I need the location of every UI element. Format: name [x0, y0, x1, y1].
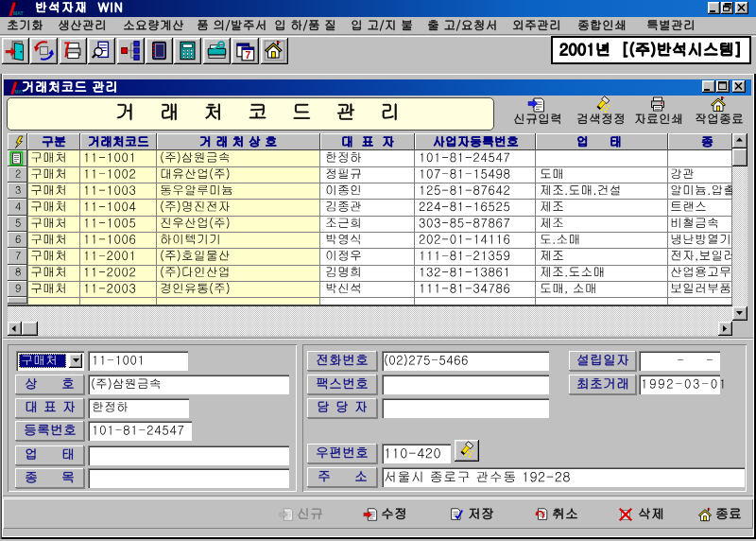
svg-text:7: 7 — [246, 50, 251, 61]
svg-text:MAT: MAT — [13, 10, 25, 16]
